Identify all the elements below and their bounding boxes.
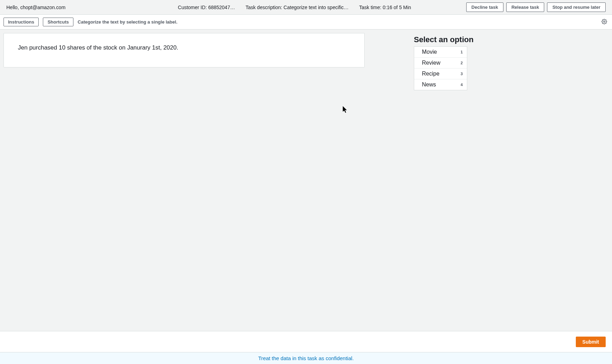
customer-id: Customer ID: 68852047… [178,5,235,10]
header-meta: Customer ID: 68852047… Task description:… [178,5,411,10]
task-description: Task description: Categorize text into s… [246,5,349,10]
option-key: 4 [461,83,463,87]
shortcuts-button[interactable]: Shortcuts [43,18,73,26]
release-task-button[interactable]: Release task [506,2,545,12]
submit-button[interactable]: Submit [576,337,606,347]
task-text-card: Jen purchased 10 shares of the stock on … [4,33,365,67]
stop-resume-button[interactable]: Stop and resume later [547,2,606,12]
header-actions: Decline task Release task Stop and resum… [466,2,606,12]
option-movie[interactable]: Movie 1 [414,47,467,58]
footer-bar: Submit [0,331,612,352]
option-list: Movie 1 Review 2 Recipe 3 News 4 [414,46,467,90]
settings-icon[interactable] [601,19,607,25]
top-header: Hello, chopt@amazon.com Customer ID: 688… [0,0,612,15]
option-key: 2 [461,61,463,65]
options-panel: Select an option Movie 1 Review 2 Recipe… [414,35,474,90]
option-review[interactable]: Review 2 [414,58,467,69]
sub-toolbar: Instructions Shortcuts Categorize the te… [0,15,612,30]
option-label: Recipe [422,71,440,77]
decline-task-button[interactable]: Decline task [466,2,503,12]
confidential-banner: Treat the data in this task as confident… [0,352,612,364]
option-recipe[interactable]: Recipe 3 [414,69,467,79]
svg-point-0 [604,21,605,22]
task-text: Jen purchased 10 shares of the stock on … [18,44,178,51]
toolbar-hint: Categorize the text by selecting a singl… [78,19,177,25]
option-label: Movie [422,49,437,55]
option-label: Review [422,60,440,66]
main-area: Jen purchased 10 shares of the stock on … [0,30,612,331]
instructions-button[interactable]: Instructions [4,18,39,26]
option-key: 3 [461,72,463,76]
option-label: News [422,82,436,88]
option-key: 1 [461,50,463,54]
confidential-text: Treat the data in this task as confident… [258,355,354,361]
greeting-text: Hello, chopt@amazon.com [6,5,65,10]
options-title: Select an option [414,35,474,44]
option-news[interactable]: News 4 [414,79,467,90]
task-time: Task time: 0:16 of 5 Min [359,5,411,10]
